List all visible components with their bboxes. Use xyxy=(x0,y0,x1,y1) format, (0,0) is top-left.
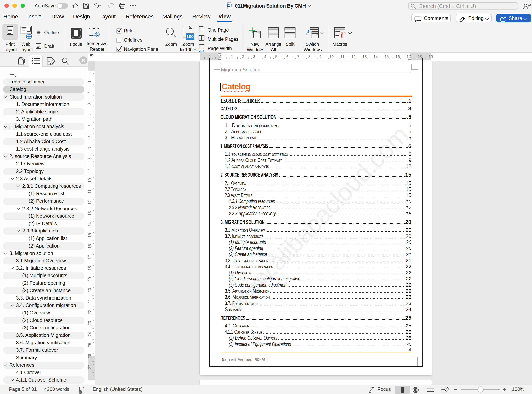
svg-text:18: 18 xyxy=(88,266,92,270)
svg-text:2: 2 xyxy=(88,92,92,94)
svg-text:8: 8 xyxy=(88,157,92,160)
svg-text:10: 10 xyxy=(88,178,92,182)
svg-text:100: 100 xyxy=(186,34,194,39)
svg-text:27: 27 xyxy=(88,365,92,369)
svg-text:16: 16 xyxy=(88,244,92,249)
svg-text:17: 17 xyxy=(88,255,92,259)
svg-text:24: 24 xyxy=(88,332,92,336)
svg-text:23: 23 xyxy=(88,321,92,325)
svg-text:20: 20 xyxy=(88,288,92,292)
svg-text:9: 9 xyxy=(88,168,92,171)
svg-text:4: 4 xyxy=(88,114,92,116)
svg-text:25: 25 xyxy=(88,343,92,347)
svg-text:26: 26 xyxy=(88,354,92,358)
svg-text:11: 11 xyxy=(88,189,92,193)
svg-text:W: W xyxy=(228,4,230,7)
svg-text:19: 19 xyxy=(88,277,92,281)
svg-text:5: 5 xyxy=(88,124,92,127)
svg-text:13: 13 xyxy=(88,211,92,216)
svg-text:1: 1 xyxy=(88,81,92,83)
svg-text:6: 6 xyxy=(88,135,92,138)
svg-text:15: 15 xyxy=(88,233,92,237)
svg-text:22: 22 xyxy=(88,310,92,314)
svg-text:14: 14 xyxy=(88,222,92,226)
svg-text:19: 19 xyxy=(429,54,433,59)
svg-text:3: 3 xyxy=(88,102,92,104)
svg-text:12: 12 xyxy=(88,200,92,204)
svg-text:7: 7 xyxy=(88,146,92,149)
svg-text:21: 21 xyxy=(88,299,92,303)
